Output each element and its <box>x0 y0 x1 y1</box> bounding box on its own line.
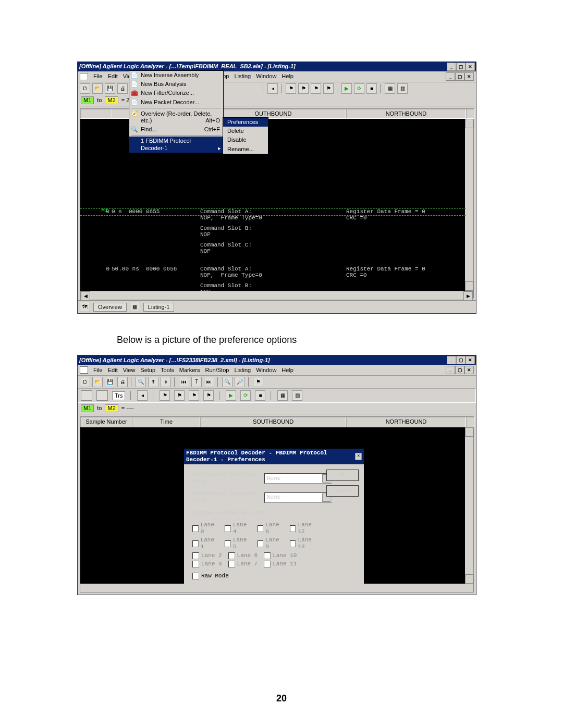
child-close-button[interactable]: ✕ <box>464 366 474 374</box>
menu-fbdimm-decoder[interactable]: 1 FBDIMM Protocol Decoder-1▸ <box>129 137 223 152</box>
scroll-up-icon[interactable]: ▲ <box>465 119 473 128</box>
menu-markers[interactable]: Markers <box>179 367 200 374</box>
menu-window[interactable]: Window <box>256 73 276 80</box>
child-close-button[interactable]: ✕ <box>464 72 474 81</box>
marker-b-icon[interactable]: ⚑ <box>298 83 309 94</box>
marker-m1[interactable]: M1 <box>81 404 94 412</box>
marker-m2[interactable]: M2 <box>105 96 118 104</box>
tools-menu-dropdown[interactable]: 📄New Inverse Assembly 📄New Bus Analysis … <box>129 70 224 153</box>
stop-icon[interactable]: ■ <box>255 390 265 401</box>
menu-setup[interactable]: Setup <box>140 367 155 374</box>
menu-file[interactable]: File <box>93 73 103 80</box>
flag-icon[interactable]: ⚑ <box>174 390 185 401</box>
minimize-button[interactable]: _ <box>447 63 456 71</box>
submenu-preferences[interactable]: Preferences <box>223 118 268 127</box>
menu-tools[interactable]: Tools <box>161 367 174 374</box>
minimize-button[interactable]: _ <box>447 356 456 364</box>
menu-runstop[interactable]: Run/Stop <box>205 367 229 374</box>
next-icon[interactable]: ⏭ <box>204 377 214 387</box>
marker-m1[interactable]: M1 <box>81 96 94 104</box>
run-repeat-icon[interactable]: ⟳ <box>240 390 251 401</box>
menu-listing[interactable]: Listing <box>234 367 251 374</box>
menu-new-bus-analysis[interactable]: 📄New Bus Analysis <box>129 80 223 89</box>
tb-btn[interactable] <box>81 390 92 401</box>
center-icon[interactable]: T <box>191 377 202 387</box>
flag-icon[interactable]: ⚑ <box>189 390 199 401</box>
tab-overview[interactable]: Overview <box>93 303 127 312</box>
open-icon[interactable]: 📂 <box>92 83 103 94</box>
dialog-close-button[interactable]: ✕ <box>355 453 362 460</box>
lane-checkbox[interactable]: Lane 11 <box>264 561 297 567</box>
maximize-button[interactable]: ▢ <box>456 63 466 71</box>
lane-checkbox[interactable]: Lane 0 <box>192 522 218 535</box>
flag-icon[interactable]: ⚑ <box>203 390 214 401</box>
child-minimize-button[interactable]: _ <box>446 72 455 81</box>
run-repeat-icon[interactable]: ⟳ <box>354 83 364 94</box>
menu-file[interactable]: File <box>93 367 103 374</box>
marker-m2[interactable]: M2 <box>105 404 118 412</box>
menu-view[interactable]: View <box>123 367 136 374</box>
menu-overview[interactable]: 🧭Overview (Re-order, Delete, etc.)Alt+O <box>129 109 223 125</box>
child-minimize-button[interactable]: _ <box>446 366 455 374</box>
scroll-up-icon[interactable]: ▲ <box>465 427 473 437</box>
tab-listing[interactable]: Listing-1 <box>143 303 175 312</box>
child-maximize-button[interactable]: ▢ <box>455 72 464 81</box>
lane-checkbox[interactable]: Lane 8 <box>258 522 284 535</box>
lane-checkbox[interactable]: Lane 13 <box>290 537 319 550</box>
close-button[interactable]: ✕ <box>466 356 475 364</box>
lane-checkbox[interactable]: Lane 4 <box>225 522 251 535</box>
hscrollbar[interactable]: ◀ ▶ <box>80 291 473 300</box>
marker-a-icon[interactable]: ⚑ <box>286 83 296 94</box>
zoom-out-icon[interactable]: 🔎 <box>235 377 245 387</box>
menu-help[interactable]: Help <box>282 367 293 374</box>
tb-btn[interactable] <box>96 390 108 401</box>
open-icon[interactable]: 📂 <box>92 377 103 387</box>
run-icon[interactable]: ▶ <box>226 390 236 401</box>
vscrollbar[interactable]: ▲ ▼ <box>465 427 473 584</box>
menu-help[interactable]: Help <box>282 73 293 80</box>
child-maximize-button[interactable]: ▢ <box>455 366 464 374</box>
run-icon[interactable]: ▶ <box>341 83 352 94</box>
grid-icon[interactable]: ▥ <box>292 390 302 401</box>
prev-icon[interactable]: ⏮ <box>179 377 189 387</box>
print-icon[interactable]: 🖨 <box>117 377 128 387</box>
scroll-down-icon[interactable]: ▼ <box>465 281 473 291</box>
lane-checkbox[interactable]: Lane 9 <box>258 537 284 550</box>
tools-submenu[interactable]: Preferences Delete Disable Rename... <box>223 117 268 154</box>
lane-checkbox[interactable]: Lane 1 <box>192 537 218 550</box>
sb-failover-select[interactable]: None ▼ <box>264 473 332 484</box>
listing-icon[interactable]: ▦ <box>130 302 140 312</box>
submenu-rename[interactable]: Rename... <box>223 145 268 154</box>
vscrollbar[interactable]: ▲ ▼ <box>465 119 473 291</box>
scroll-left-icon[interactable]: ◀ <box>81 291 90 301</box>
lane-checkbox[interactable]: Lane 5 <box>225 537 251 550</box>
lane-checkbox[interactable]: Lane 10 <box>264 552 297 559</box>
lane-checkbox[interactable]: Lane 2 <box>192 552 222 559</box>
menu-find[interactable]: 🔍Find...Ctrl+F <box>129 125 223 134</box>
zoom-in-icon[interactable]: 🔍 <box>222 377 232 387</box>
grid-icon[interactable]: ▥ <box>397 83 408 94</box>
new-icon[interactable]: 🗋 <box>80 83 90 94</box>
submenu-disable[interactable]: Disable <box>223 135 268 144</box>
menu-edit[interactable]: Edit <box>108 367 118 374</box>
rewind-icon[interactable]: ◂ <box>267 83 278 94</box>
lane-checkbox[interactable]: Lane 12 <box>290 522 319 535</box>
flag-icon[interactable]: ⚑ <box>160 390 170 401</box>
find-icon[interactable]: 🔍 <box>136 377 146 387</box>
menu-new-packet-decoder[interactable]: 📄New Packet Decoder... <box>129 98 223 107</box>
cancel-button[interactable]: Cancel <box>326 485 359 497</box>
lane-checkbox[interactable]: Lane 3 <box>192 561 222 567</box>
save-icon[interactable]: 💾 <box>105 377 115 387</box>
marker-c-icon[interactable]: ⚑ <box>311 83 321 94</box>
lane-checkbox[interactable]: Lane 6 <box>228 552 258 559</box>
nb-failover-select[interactable]: None ▼ <box>264 492 332 503</box>
raw-mode-checkbox[interactable]: Raw Mode <box>192 573 319 579</box>
menu-edit[interactable]: Edit <box>108 73 118 80</box>
new-icon[interactable]: 🗋 <box>80 377 90 387</box>
tile-icon[interactable]: ▦ <box>385 83 395 94</box>
close-button[interactable]: ✕ <box>466 63 475 71</box>
menu-listing[interactable]: Listing <box>234 73 251 80</box>
print-icon[interactable]: 🖨 <box>117 83 128 94</box>
rewind-icon[interactable]: ◂ <box>137 390 148 401</box>
marker-d-icon[interactable]: ⚑ <box>323 83 334 94</box>
